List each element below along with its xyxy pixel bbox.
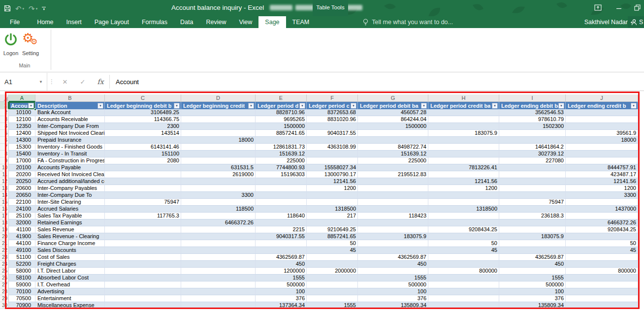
cell[interactable] [307, 151, 358, 157]
cell[interactable] [105, 261, 181, 268]
cell[interactable] [307, 199, 358, 206]
cell[interactable]: 1555 [358, 275, 428, 281]
undo-icon[interactable]: ↶▾ [15, 5, 24, 12]
row-number-5[interactable]: 5 [0, 130, 9, 137]
setting-button[interactable]: ⚙⚙ Setting [21, 31, 40, 67]
cell[interactable] [307, 137, 358, 144]
cell[interactable]: 1200 [428, 185, 499, 192]
row-number-26[interactable]: 26 [0, 275, 9, 281]
row-number-18[interactable]: 18 [0, 219, 9, 226]
row-number-15[interactable]: 15 [0, 199, 9, 206]
cell[interactable]: 70500 [9, 295, 35, 302]
cell[interactable]: 978610.79 [499, 116, 566, 123]
table-header-cell[interactable]: Ledger period credit ba▼ [428, 102, 499, 109]
cell[interactable]: 8444757.91 [566, 164, 638, 171]
column-header-e[interactable]: E [256, 94, 307, 102]
cell[interactable]: Received Not Invoiced Clearing [35, 171, 105, 178]
tab-file[interactable]: File [3, 16, 27, 28]
ribbon-display-options-icon[interactable] [588, 0, 608, 15]
row-number-12[interactable]: 12 [0, 178, 9, 185]
cell[interactable]: 423487.17 [566, 171, 638, 178]
filter-dropdown-icon[interactable]: ▼ [174, 103, 180, 109]
cell[interactable]: 118640 [256, 213, 307, 219]
cell[interactable]: 118500 [181, 206, 256, 213]
cell[interactable]: 8831020.96 [307, 116, 358, 123]
tab-home[interactable]: Home [31, 16, 60, 28]
cell[interactable] [358, 226, 428, 233]
cell[interactable]: 4363108.99 [307, 144, 358, 151]
cell[interactable] [566, 213, 638, 219]
enter-button[interactable]: ✓ [74, 73, 92, 91]
row-number-3[interactable]: 3 [0, 116, 9, 123]
cell[interactable] [566, 116, 638, 123]
cell[interactable] [181, 157, 256, 164]
cell[interactable]: 117765.3 [105, 213, 181, 219]
cell[interactable]: 18000 [566, 137, 638, 144]
cell[interactable]: 217 [307, 213, 358, 219]
column-header-a[interactable]: A [9, 94, 35, 102]
tab-team[interactable]: TEAM [286, 16, 316, 28]
cell[interactable] [566, 233, 638, 240]
tab-formulas[interactable]: Formulas [135, 16, 174, 28]
cell[interactable] [428, 157, 499, 164]
cell[interactable] [105, 295, 181, 302]
cell[interactable] [105, 288, 181, 295]
cell[interactable]: 45 [428, 247, 499, 254]
cell[interactable] [358, 130, 428, 137]
cell[interactable] [105, 178, 181, 185]
column-header-c[interactable]: C [105, 94, 181, 102]
cell[interactable]: I.T. Direct Labor [35, 268, 105, 275]
cell[interactable]: 45 [566, 247, 638, 254]
cell[interactable] [428, 192, 499, 199]
cell[interactable]: Bank Account [35, 109, 105, 116]
cell[interactable] [566, 261, 638, 268]
redo-icon[interactable]: ↷▾ [29, 5, 37, 12]
cell[interactable]: 9695265 [256, 116, 307, 123]
cell[interactable] [499, 219, 566, 226]
cell[interactable]: 376 [358, 295, 428, 302]
cell[interactable] [181, 185, 256, 192]
cell[interactable]: 12400 [9, 130, 35, 137]
cell[interactable] [105, 254, 181, 261]
table-header-cell[interactable]: Ledger period d▼ [256, 102, 307, 109]
cell[interactable]: 1318500 [307, 206, 358, 213]
cell[interactable]: 39561.9 [566, 130, 638, 137]
cell[interactable]: 12861831.73 [256, 144, 307, 151]
cell[interactable] [566, 302, 638, 309]
cell[interactable] [105, 268, 181, 275]
cell[interactable]: 137364.34 [256, 302, 307, 309]
cell[interactable]: 20650 [9, 192, 35, 199]
cell[interactable] [307, 261, 358, 268]
tab-review[interactable]: Review [199, 16, 232, 28]
cell[interactable]: 9210649.25 [307, 226, 358, 233]
cell[interactable]: Inventory - In Transit [35, 151, 105, 157]
cell[interactable] [105, 206, 181, 213]
row-number-30[interactable]: 30 [0, 302, 9, 309]
cell[interactable]: 500000 [256, 281, 307, 288]
cell[interactable] [428, 254, 499, 261]
cell[interactable] [105, 281, 181, 288]
cell[interactable]: 22100 [9, 199, 35, 206]
cell[interactable] [105, 226, 181, 233]
table-header-cell[interactable]: Ledger period c▼ [307, 102, 358, 109]
cell[interactable]: 1555 [307, 302, 358, 309]
cell[interactable] [105, 233, 181, 240]
cell[interactable] [428, 281, 499, 288]
cell[interactable]: 450 [256, 261, 307, 268]
cell[interactable]: 1200000 [256, 268, 307, 275]
cell[interactable]: 2619000 [181, 171, 256, 178]
cell[interactable] [566, 157, 638, 164]
cell[interactable]: 50 [566, 240, 638, 247]
cell[interactable]: 7813226.41 [428, 164, 499, 171]
cell[interactable]: Inter-Company Due To [35, 192, 105, 199]
cell[interactable] [428, 261, 499, 268]
cell[interactable]: Prepaid Insurance [35, 137, 105, 144]
cell[interactable] [105, 302, 181, 309]
cell[interactable]: 1437000 [566, 206, 638, 213]
cell[interactable] [499, 171, 566, 178]
cell[interactable] [566, 123, 638, 130]
cell[interactable]: 4362569.87 [499, 254, 566, 261]
cell[interactable]: 58100 [9, 275, 35, 281]
cell[interactable] [499, 130, 566, 137]
row-number-24[interactable]: 24 [0, 261, 9, 268]
